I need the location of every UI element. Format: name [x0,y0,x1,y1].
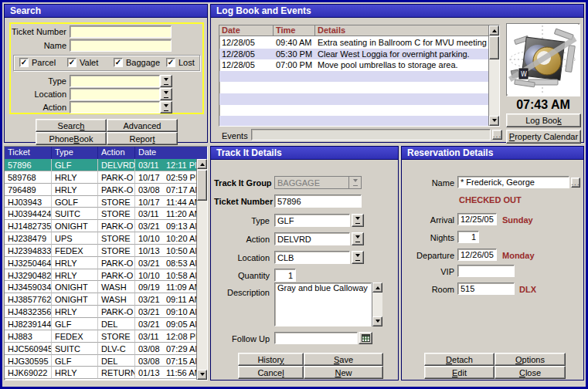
description-scrollbar[interactable] [372,282,382,326]
phone-book-button[interactable]: Phone Book [36,132,107,145]
checkbox-lost-box[interactable]: ✓ [166,58,175,67]
ticket-row[interactable]: 57896GLFDELVRD03/1112:11 PM [5,159,197,171]
scroll-down-button[interactable] [489,116,499,126]
trackit-action-dropdown-button[interactable] [352,232,364,245]
report-button[interactable]: Report [107,132,178,145]
logbook-col-details[interactable]: Details [315,25,499,36]
arrival-input[interactable] [457,213,497,225]
checkbox-parcel-box[interactable]: ✓ [19,58,29,67]
detach-button[interactable]: Detach [424,353,495,366]
ticket-row[interactable]: HJ82391443GLFDEL03/2109:05 AM [5,318,197,330]
events-input[interactable] [251,129,491,140]
checkbox-baggage-box[interactable]: ✓ [114,58,123,67]
brand-logo: W [507,24,578,94]
scrollbar-thumb[interactable] [197,170,207,201]
history-button[interactable]: History [238,353,304,366]
cancel-button[interactable]: Cancel [238,366,304,379]
ticket-row[interactable]: HJG30595GLFDEL03/0807:15 AM [5,355,197,367]
ticket-row[interactable]: HJ3290482HRLYPARK-O10/1010:58 AM [5,269,197,282]
reservation-panel: Reservation Details Name ... CHECKED OUT… [401,146,584,381]
checkbox-valet[interactable]: ✓ Valet [67,58,98,67]
tickets-col-ticket[interactable]: Ticket [5,147,52,159]
ticket-number-input[interactable] [70,25,172,38]
ticket-cell: 11:44 AM [163,196,197,208]
new-button[interactable]: New [304,366,383,379]
property-calendar-button[interactable]: Property Calendar [506,130,581,144]
trackit-location-dropdown-button[interactable] [352,251,364,264]
ticket-row[interactable]: HJ3250464HRLYPARK-O03/2108:53 AM [5,257,197,269]
trackit-action-input[interactable] [274,232,350,245]
close-button[interactable]: Close [495,366,566,379]
scrollbar-thumb[interactable] [489,36,499,59]
logbook-row[interactable]: 12/28/0509:40 AMExtra seating in Ballroo… [219,37,488,49]
logbook-row[interactable] [219,82,488,93]
trackit-ticket-input[interactable] [274,194,362,208]
followup-calendar-button[interactable] [359,332,372,344]
trackit-type-input[interactable] [274,214,350,227]
ticket-row[interactable]: HJ1482735ONIGHTPARK-O03/2109:13 AM [5,220,197,232]
search-action-input[interactable] [70,101,160,113]
logbook-col-time[interactable]: Time [274,25,315,36]
trackit-followup-input[interactable] [274,332,358,344]
advanced-button[interactable]: Advanced [107,119,178,132]
tickets-col-date[interactable]: Date [135,147,207,159]
logbook-row[interactable] [219,93,488,105]
logbook-row[interactable]: 12/28/0505:30 PMClear West Loggia for ov… [219,49,488,60]
trackit-quantity-input[interactable] [274,269,296,282]
name-lookup-button[interactable]: ... [571,178,580,188]
checkbox-parcel[interactable]: ✓ Parcel [19,58,56,67]
ticket-row[interactable]: 589768HRLYPARK-O10/1702:59 PM [5,171,197,184]
departure-input[interactable] [457,249,497,261]
trackit-description-input[interactable]: Gray and blue Calloway [274,282,372,326]
scroll-up-button[interactable] [197,159,207,169]
ticket-row[interactable]: HJ4832356HRLYPARK-O03/2109:10 AM [5,306,197,318]
scroll-down-button[interactable] [197,370,207,380]
save-button[interactable]: Save [304,353,383,366]
scroll-up-button[interactable] [372,282,382,293]
checkbox-baggage[interactable]: ✓ Baggage [114,58,160,67]
ticket-row[interactable]: HJK69022HRLYRETURNED01/1311:56 AM [5,367,197,379]
checkbox-valet-box[interactable]: ✓ [67,58,76,67]
edit-button[interactable]: Edit [424,366,495,379]
trackit-location-input[interactable] [274,251,350,264]
tickets-col-type[interactable]: Type [52,147,98,159]
tickets-scrollbar[interactable] [196,159,207,380]
ticket-row[interactable]: HJ2394833FEDEXSTORE10/1310:50 AM [5,245,197,257]
nights-input[interactable] [457,231,479,243]
ticket-row[interactable]: HJC560945SUITCDLV-C03/0807:29 AM [5,343,197,355]
ticket-row[interactable]: HJ3857762ONIGHTWASH03/2109:11 AM [5,293,197,306]
scroll-up-button[interactable] [489,25,499,36]
ticket-row[interactable]: HJ03943GOLFSTORE10/1711:44 AM [5,196,197,208]
vip-label: VIP [405,266,454,278]
logbook-header-row: Date Time Details [219,25,499,36]
search-type-input[interactable] [70,75,160,87]
scroll-down-button[interactable] [372,316,382,326]
events-more-button[interactable]: ... [492,130,502,140]
ticket-row[interactable]: HJ238479UPSSTORE10/1010:20 AM [5,232,197,245]
trackit-type-dropdown-button[interactable] [352,214,364,227]
logbook-scrollbar[interactable] [488,25,499,126]
logbook-row[interactable]: 12/28/0507:00 PMMove pool umbrellas to s… [219,59,488,71]
reservation-name-input[interactable] [457,176,569,188]
log-book-button[interactable]: Log Book [506,113,581,127]
ticket-cell: HJ34590344 [5,281,52,293]
logbook-row[interactable] [219,105,488,117]
vip-input[interactable] [457,265,515,277]
ticket-row[interactable]: 796489HRLYPARK-O03/0807:17 AM [5,184,197,196]
logbook-row[interactable] [219,116,488,126]
logbook-row[interactable] [219,71,488,83]
ticket-row[interactable]: HJ883FEDEXSTORE03/1112:08 PM [5,330,197,343]
search-action-dropdown-button[interactable] [160,101,172,113]
search-button[interactable]: Search [36,119,107,132]
room-input[interactable] [457,282,515,295]
logbook-col-date[interactable]: Date [219,25,274,36]
tickets-col-action[interactable]: Action [98,147,135,159]
ticket-row[interactable]: HJ039442456SUITCSTORE03/1111:20 AM [5,208,197,220]
search-type-dropdown-button[interactable] [160,75,172,87]
ticket-row[interactable]: HJ34590344ONIGHTWASH09/1911:09 AM [5,281,197,293]
search-location-input[interactable] [70,88,160,100]
search-location-dropdown-button[interactable] [160,88,172,100]
checkbox-lost[interactable]: ✓ Lost [166,58,195,67]
name-input[interactable] [70,39,172,52]
options-button[interactable]: Options [495,353,566,366]
